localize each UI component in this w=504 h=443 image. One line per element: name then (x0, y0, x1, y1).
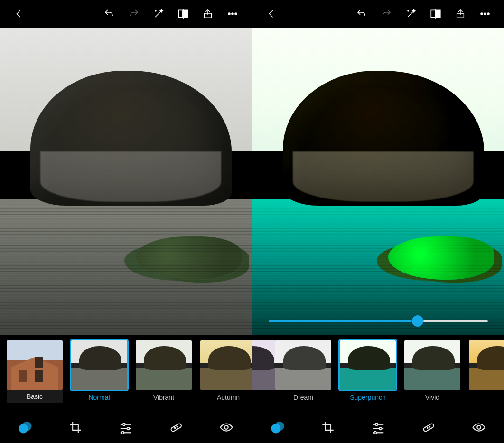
share-button[interactable] (451, 4, 470, 23)
tab-redeye[interactable] (466, 414, 492, 441)
more-button[interactable] (223, 4, 242, 23)
undo-icon (103, 8, 115, 19)
svg-point-29 (275, 422, 284, 430)
chevron-left-icon (14, 9, 24, 19)
svg-point-15 (121, 431, 124, 434)
back-button[interactable] (9, 4, 28, 23)
slider-track (269, 320, 488, 322)
filter-category-basic[interactable]: Basic (7, 340, 63, 403)
undo-icon (356, 8, 367, 19)
svg-rect-1 (178, 10, 183, 17)
tab-adjust[interactable] (365, 414, 392, 441)
filter-strip[interactable]: Basic Normal Vibrant Autumn (0, 335, 252, 411)
intensity-slider[interactable] (269, 314, 488, 328)
compare-button[interactable] (426, 4, 445, 23)
filter-normal[interactable]: Normal (71, 340, 127, 401)
eye-icon (219, 420, 233, 434)
tab-looks[interactable] (12, 414, 38, 441)
svg-point-37 (427, 427, 428, 428)
svg-point-17 (175, 427, 176, 428)
sliders-icon (371, 420, 385, 434)
filter-label: Dream (275, 394, 331, 401)
top-toolbar (0, 0, 252, 28)
svg-point-34 (380, 427, 382, 430)
eye-icon (472, 420, 486, 434)
sliders-icon (119, 420, 133, 434)
crop-icon (69, 421, 82, 434)
looks-icon (271, 420, 285, 434)
tab-redeye[interactable] (213, 414, 240, 441)
svg-point-14 (127, 427, 130, 430)
svg-point-20 (408, 10, 409, 11)
tab-crop[interactable] (315, 414, 341, 441)
filter-vivid[interactable]: Vivid (404, 340, 460, 401)
photo-canvas[interactable] (252, 28, 504, 335)
svg-point-19 (224, 425, 228, 429)
more-icon (227, 8, 238, 19)
auto-enhance-button[interactable] (149, 4, 168, 23)
compare-icon (429, 8, 442, 20)
tab-adjust[interactable] (112, 414, 139, 441)
svg-rect-22 (436, 10, 440, 17)
crop-icon (321, 421, 335, 434)
share-button[interactable] (198, 4, 217, 23)
filter-label: Autumn (200, 394, 252, 401)
filter-superpunch[interactable]: Superpunch (340, 340, 396, 401)
compare-button[interactable] (174, 4, 193, 23)
chevron-left-icon (266, 9, 277, 19)
more-button[interactable] (476, 4, 495, 23)
svg-rect-16 (170, 423, 182, 432)
share-icon (455, 9, 466, 19)
svg-point-5 (228, 13, 230, 15)
undo-button[interactable] (352, 4, 371, 23)
svg-point-18 (177, 426, 177, 427)
svg-point-7 (235, 13, 237, 15)
tab-looks[interactable] (264, 414, 291, 441)
redo-icon (128, 8, 140, 19)
filter-label: Superpunch (340, 394, 396, 401)
editor-panel-right: ed Dream Superpunch Vivid (252, 0, 504, 443)
filter-partial-right[interactable] (469, 340, 497, 394)
svg-point-35 (374, 431, 376, 434)
filter-dream[interactable]: Dream (275, 340, 331, 401)
tab-heal[interactable] (415, 414, 442, 441)
redo-button[interactable] (377, 4, 396, 23)
svg-rect-21 (431, 10, 435, 17)
looks-icon (18, 420, 32, 434)
redo-icon (381, 8, 392, 19)
svg-point-39 (477, 425, 481, 429)
filter-label: ed (252, 394, 267, 401)
slider-thumb[interactable] (412, 315, 423, 327)
filter-autumn[interactable]: Autumn (200, 340, 252, 401)
auto-enhance-button[interactable] (401, 4, 420, 23)
top-toolbar (252, 0, 504, 28)
redo-button[interactable] (124, 4, 143, 23)
svg-point-27 (487, 13, 489, 15)
tab-crop[interactable] (62, 414, 89, 441)
svg-point-38 (429, 426, 430, 427)
photo-preview-superpunch (252, 28, 504, 335)
magic-wand-icon (405, 8, 417, 19)
bottom-tool-tabs (252, 411, 504, 443)
svg-point-9 (23, 422, 31, 430)
svg-point-0 (155, 10, 156, 11)
bandage-icon (169, 421, 183, 434)
bottom-tool-tabs (0, 411, 252, 443)
filter-partial-left[interactable]: ed (252, 340, 267, 401)
bandage-icon (422, 421, 435, 434)
filter-label: Normal (71, 394, 127, 401)
filter-label: Vibrant (136, 394, 192, 401)
undo-button[interactable] (100, 4, 119, 23)
category-label: Basic (7, 390, 63, 403)
svg-point-6 (232, 13, 233, 15)
photo-canvas[interactable] (0, 28, 252, 335)
filter-label: Vivid (404, 394, 460, 401)
filter-strip[interactable]: ed Dream Superpunch Vivid (252, 335, 504, 411)
tab-heal[interactable] (163, 414, 189, 441)
compare-icon (177, 8, 189, 20)
svg-rect-36 (423, 423, 434, 432)
filter-vibrant[interactable]: Vibrant (136, 340, 192, 401)
share-icon (203, 9, 213, 19)
back-button[interactable] (262, 4, 281, 23)
photo-preview-normal (0, 28, 252, 335)
